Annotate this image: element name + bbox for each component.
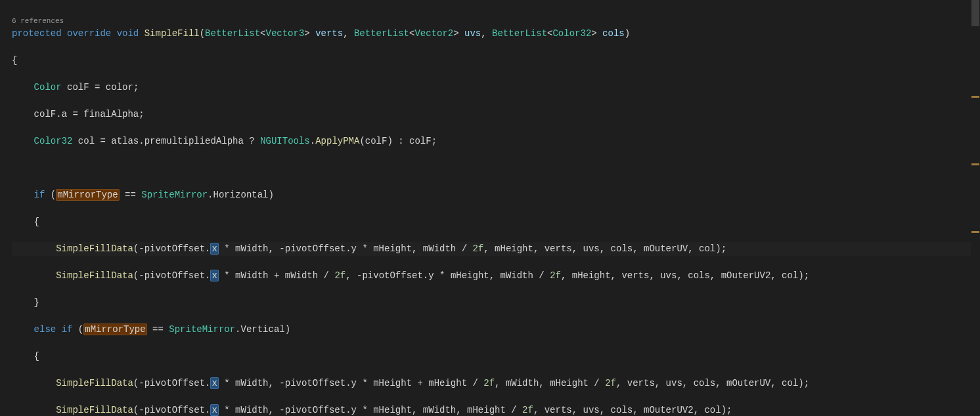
- code-line: {: [12, 215, 980, 229]
- scrollbar-thumb[interactable]: [971, 0, 979, 26]
- code-line: protected override void SimpleFill(Bette…: [12, 27, 980, 41]
- scrollbar-match-marker: [971, 231, 979, 233]
- highlighted-field: mMirrorType: [83, 323, 146, 335]
- highlighted-x: x: [210, 243, 218, 255]
- code-line: }: [12, 296, 980, 310]
- code-editor[interactable]: 6 references protected override void Sim…: [0, 0, 980, 416]
- vertical-scrollbar[interactable]: [971, 0, 980, 416]
- highlighted-x: x: [210, 270, 218, 281]
- code-line: Color colF = color;: [12, 81, 980, 94]
- highlighted-x: x: [210, 377, 218, 389]
- scrollbar-match-marker: [971, 163, 979, 165]
- code-line: SimpleFillData(-pivotOffset.x * mWidth +…: [12, 269, 980, 283]
- code-line-current: SimpleFillData(-pivotOffset.x * mWidth, …: [12, 242, 980, 256]
- codelens-references[interactable]: 6 references: [12, 17, 64, 25]
- code-line: SimpleFillData(-pivotOffset.x * mWidth, …: [12, 404, 980, 416]
- code-line: colF.a = finalAlpha;: [12, 108, 980, 121]
- code-line: {: [12, 54, 980, 68]
- scrollbar-match-marker: [971, 96, 979, 98]
- code-line: [12, 161, 980, 175]
- code-line: else if (mMirrorType == SpriteMirror.Ver…: [12, 323, 980, 337]
- highlighted-x: x: [210, 404, 218, 416]
- highlighted-field: mMirrorType: [56, 189, 119, 201]
- code-line: if (mMirrorType == SpriteMirror.Horizont…: [12, 188, 980, 202]
- code-line: {: [12, 350, 980, 364]
- code-line: SimpleFillData(-pivotOffset.x * mWidth, …: [12, 377, 980, 390]
- code-line: Color32 col = atlas.premultipliedAlpha ?…: [12, 135, 980, 148]
